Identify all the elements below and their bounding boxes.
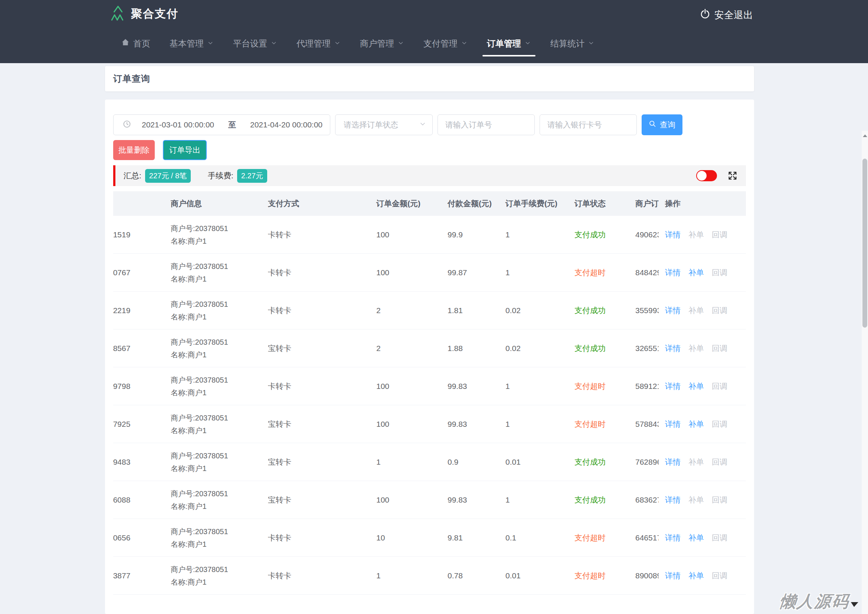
scrollbar-thumb[interactable] [862, 159, 867, 328]
order-status-select[interactable]: 请选择订单状态 [335, 114, 433, 135]
watermark: 懒人源码 [778, 591, 859, 612]
paid-amount-cell: 0.9 [448, 458, 505, 466]
supplement-link[interactable]: 补单 [688, 267, 704, 278]
supplement-link[interactable]: 补单 [688, 533, 704, 543]
detail-link[interactable]: 详情 [665, 305, 680, 316]
table-row: 26088 商户号:20378051 名称:商户1 宝转卡 100 99.83 … [113, 481, 659, 519]
nav-item-代理管理[interactable]: 代理管理 [287, 31, 350, 56]
date-range-picker[interactable]: 2021-03-01 00:00:00 至 2021-04-20 00:00:0… [113, 114, 330, 135]
nav-item-支付管理[interactable]: 支付管理 [414, 31, 477, 56]
callback-link: 回调 [712, 419, 727, 429]
supplement-link[interactable]: 补单 [688, 419, 704, 429]
pay-method-cell: 宝转卡 [268, 419, 376, 429]
orders-table: 商户信息 支付方式 订单金额(元) 付款金额(元) 订单手续费(元) 订单状态 … [113, 191, 746, 595]
nav-item-首页[interactable]: 首页 [111, 31, 160, 56]
order-no-input[interactable] [437, 114, 535, 135]
pay-method-cell: 宝转卡 [268, 343, 376, 354]
detail-link[interactable]: 详情 [665, 343, 680, 354]
merchant-order-no-cell: 589121 [636, 382, 659, 391]
status-cell: 支付超时 [575, 419, 636, 429]
fixed-operations-column: 操作 详情 补单 回调 详情 补单 回调 详情 补单 回调 详情 补单 回调 详… [659, 191, 746, 600]
nav-item-label: 平台设置 [233, 38, 267, 50]
detail-link[interactable]: 详情 [665, 495, 680, 505]
logout-button[interactable]: 安全退出 [699, 8, 753, 22]
chevron-down-icon [334, 39, 341, 49]
merchant-name: 名称:商户1 [171, 273, 268, 285]
order-amount-cell: 100 [376, 496, 448, 504]
merchant-info-cell: 商户号:20378051 名称:商户1 [171, 449, 268, 475]
col-merchant-order-no: 商户订单号 [636, 198, 659, 209]
operations-row: 详情 补单 回调 [659, 405, 746, 443]
merchant-no: 商户号:20378051 [171, 563, 268, 576]
table-row: 18567 商户号:20378051 名称:商户1 宝转卡 2 1.88 0.0… [113, 330, 659, 367]
scroll-up-arrow[interactable] [862, 131, 868, 140]
fee-cell: 1 [505, 268, 575, 277]
operations-row: 详情 补单 回调 [659, 367, 746, 405]
status-cell: 支付成功 [575, 305, 636, 316]
paid-amount-cell: 9.81 [448, 533, 505, 542]
fullscreen-expand-icon[interactable] [727, 171, 738, 181]
nav-item-基本管理[interactable]: 基本管理 [160, 31, 223, 56]
detail-link[interactable]: 详情 [665, 381, 680, 392]
page-title: 订单查询 [113, 73, 150, 85]
col-operations: 操作 [659, 191, 746, 216]
fee-cell: 1 [505, 382, 575, 391]
nav-item-label: 基本管理 [170, 38, 204, 50]
callback-link: 回调 [712, 533, 727, 543]
nav-item-label: 代理管理 [296, 38, 331, 50]
red-toggle-switch[interactable] [696, 170, 717, 181]
supplement-link: 补单 [688, 343, 704, 354]
merchant-no: 商户号:20378051 [171, 487, 268, 500]
merchant-info-cell: 商户号:20378051 名称:商户1 [171, 336, 268, 361]
supplement-link[interactable]: 补单 [688, 381, 704, 392]
status-cell: 支付成功 [575, 230, 636, 240]
supplement-link[interactable]: 补单 [688, 570, 704, 581]
detail-link[interactable]: 详情 [665, 267, 680, 278]
supplement-link: 补单 [688, 495, 704, 505]
operations-row: 详情 补单 回调 [659, 254, 746, 292]
detail-link[interactable]: 详情 [665, 533, 680, 543]
merchant-order-no-cell: 762896 [636, 458, 659, 466]
supplement-link: 补单 [688, 305, 704, 316]
merchant-name: 名称:商户1 [171, 235, 268, 247]
merchant-no: 商户号:20378051 [171, 298, 268, 311]
detail-link[interactable]: 详情 [665, 457, 680, 467]
status-cell: 支付超时 [575, 267, 636, 278]
vertical-scrollbar[interactable] [862, 131, 868, 614]
detail-link[interactable]: 详情 [665, 419, 680, 429]
callback-link: 回调 [712, 305, 727, 316]
fee-cell: 0.02 [505, 306, 575, 315]
fee-cell: 0.1 [505, 533, 575, 542]
paid-amount-cell: 0.78 [448, 571, 505, 580]
col-paid-amount: 付款金额(元) [448, 198, 505, 209]
detail-link[interactable]: 详情 [665, 570, 680, 581]
merchant-no: 商户号:20378051 [171, 449, 268, 462]
table-body: 91519 商户号:20378051 名称:商户1 卡转卡 100 99.9 1… [113, 216, 659, 595]
nav-item-结算统计[interactable]: 结算统计 [541, 31, 604, 56]
filter-bar: 2021-03-01 00:00:00 至 2021-04-20 00:00:0… [113, 114, 746, 135]
merchant-name: 名称:商户1 [171, 311, 268, 323]
nav-item-商户管理[interactable]: 商户管理 [350, 31, 414, 56]
merchant-info-cell: 商户号:20378051 名称:商户1 [171, 222, 268, 247]
merchant-info-cell: 商户号:20378051 名称:商户1 [171, 412, 268, 437]
brand-logo: 聚合支付 [109, 5, 178, 23]
merchant-info-cell: 商户号:20378051 名称:商户1 [171, 487, 268, 513]
search-button-label: 查询 [660, 120, 676, 130]
search-button[interactable]: 查询 [642, 114, 682, 135]
merchant-no: 商户号:20378051 [171, 222, 268, 235]
detail-link[interactable]: 详情 [665, 230, 680, 240]
table-row: 60656 商户号:20378051 名称:商户1 卡转卡 10 9.81 0.… [113, 519, 659, 557]
nav-item-label: 结算统计 [550, 38, 584, 50]
order-no-cell: 26088 [113, 496, 171, 504]
batch-delete-button[interactable]: 批量删除 [113, 140, 155, 160]
merchant-order-no-cell: 890089 [636, 571, 659, 580]
order-status-placeholder: 请选择订单状态 [344, 120, 398, 130]
merchant-name: 名称:商户1 [171, 424, 268, 437]
bank-card-input[interactable] [539, 114, 637, 135]
merchant-name: 名称:商户1 [171, 348, 268, 361]
merchant-order-no-cell: 848429 [636, 268, 659, 277]
order-amount-cell: 100 [376, 230, 448, 239]
export-orders-button[interactable]: 订单导出 [163, 140, 207, 160]
nav-item-订单管理[interactable]: 订单管理 [477, 31, 541, 56]
nav-item-平台设置[interactable]: 平台设置 [223, 31, 287, 56]
